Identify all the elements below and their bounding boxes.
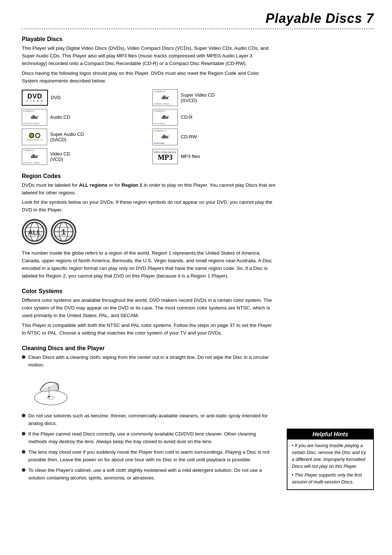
bullet-icon-2 [22,414,25,417]
cleaning-bullet-3: If the Player cannot read Discs correctl… [22,430,276,446]
cdr-logo: COMPACT disc Recordable [152,109,178,126]
cleaning-bullet-1: Clean Discs with a cleaning cloth, wipin… [22,354,276,369]
playable-discs-body1: This Player will play Digital Video Disc… [22,45,276,68]
color-systems-section: Color Systems Different color systems ar… [22,288,276,337]
bullet-icon-3 [22,432,25,436]
region-globe-all: ALL [22,219,47,244]
cleaning-bullet-4: The lens may cloud over if you suddenly … [22,449,276,464]
mp3-logo: MPEG CD PLAYBACK MP3 [152,149,178,164]
disc-label-sacd: Super Audio CD(SACD) [50,131,84,142]
disc-label-mp3: MP3 files [181,154,200,159]
cleaning-bullet-2: Do not use solvents such as benzine, thi… [22,412,276,428]
disc-item-mp3: MPEG CD PLAYBACK MP3 MP3 files [152,148,276,165]
side-column: Helpful Hints • If you are having troubl… [287,36,374,490]
vcd-logo: COMPACT disc DIGITAL VIDEO [22,148,47,165]
cleaning-bullet-5: To clean the Player's cabinet, use a sof… [22,467,276,482]
playable-discs-title: Playable Discs [22,36,276,42]
bullet-icon-4 [22,450,25,454]
bullet-icon [22,355,25,359]
region-codes-title: Region Codes [22,173,276,179]
disc-label-cdrw: CD-RW [181,134,197,139]
region-codes-body2: Look for the symbols below on your DVDs.… [22,199,276,214]
bullet-icon-5 [22,468,25,472]
disc-item-dvd: DVD V I D E O DVD [22,89,145,106]
cleaning-section: Cleaning Discs and the Player Clean Disc… [22,345,276,482]
helpful-hints-box: Helpful Hints • If you are having troubl… [287,429,374,490]
cleaning-bullets: Clean Discs with a cleaning cloth, wipin… [22,354,276,369]
disc-item-sacd: SUPER AUDIO CD Super Audio CD(SACD) [22,129,145,145]
playable-discs-body2: Discs having the following logos should … [22,70,276,85]
disc-item-audio-cd: COMPACT disc DIGITAL AUDIO Audio CD [22,109,145,126]
region-codes-section: Region Codes DVDs must be labeled for AL… [22,173,276,280]
globe-all-svg: ALL [24,221,45,243]
disc-item-cdr: COMPACT disc Recordable CD-R [152,109,276,126]
disc-item-svcd: COMPACT disc SUPER VIDEO Super Video CD(… [152,89,276,106]
disc-item-cdrw: COMPACT disc ReWritable CD-RW [152,129,276,145]
region-codes-body3: The number inside the globe refers to a … [22,250,276,280]
svg-point-12 [34,390,67,405]
disc-logos-grid: DVD V I D E O DVD COMPACT disc SUPER VID… [22,89,276,165]
helpful-hints-hint1: • If you are having trouble playing a ce… [292,442,369,470]
svg-marker-15 [48,396,50,398]
disc-label-vcd: Video CD(VCD) [50,151,70,162]
disc-label-svcd: Super Video CD(SVCD) [181,92,215,103]
page-title: Playable Discs 7 [22,11,374,26]
color-systems-body2: This Player is compatible with both the … [22,322,276,337]
helpful-hints-hint2: • This Player supports only the first se… [292,472,369,486]
cleaning-title: Cleaning Discs and the Player [22,345,276,352]
playable-discs-section: Playable Discs This Player will play Dig… [22,36,276,165]
disc-item-vcd: COMPACT disc DIGITAL VIDEO Video CD(VCD) [22,148,145,165]
globe-1-svg: 1 [53,221,74,243]
sacd-logo: SUPER AUDIO CD [22,129,47,145]
disc-label-cdr: CD-R [181,114,193,120]
cdrw-logo: COMPACT disc ReWritable [152,129,178,145]
color-systems-body1: Different color systems are available th… [22,297,276,320]
cleaning-illustration [29,372,73,409]
disc-label-audio-cd: Audio CD [50,114,70,120]
audio-cd-logo: COMPACT disc DIGITAL AUDIO [22,109,47,126]
section-divider [22,28,374,29]
color-systems-title: Color Systems [22,288,276,295]
region-globe-1: 1 [51,219,76,244]
cleaning-svg [29,372,73,409]
svcd-logo: COMPACT disc SUPER VIDEO [152,89,178,106]
helpful-hints-title: Helpful Hints [287,429,373,439]
region-symbols: ALL 1 [22,219,276,244]
dvd-logo: DVD V I D E O [22,90,48,106]
cleaning-bullets-2: Do not use solvents such as benzine, thi… [22,412,276,482]
disc-label-dvd: DVD [51,95,61,100]
region-codes-body1: DVDs must be labeled for ALL regions or … [22,182,276,197]
